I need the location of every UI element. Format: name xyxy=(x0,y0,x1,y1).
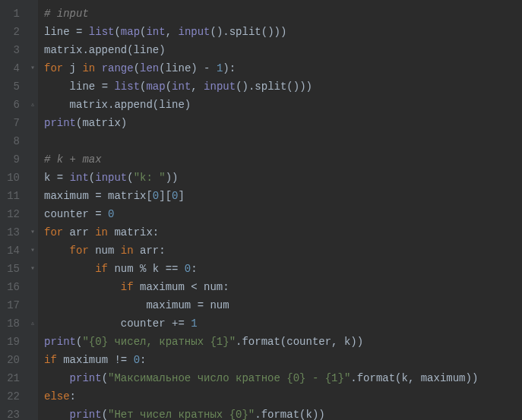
code-line[interactable]: print("Максимальное число кратное {0} - … xyxy=(44,369,522,387)
code-line[interactable]: if maximum != 0: xyxy=(44,351,522,369)
code-line[interactable]: line = list(map(int, input().split())) xyxy=(44,77,522,96)
token-op: , xyxy=(191,81,204,93)
line-number: 13 xyxy=(6,223,20,242)
code-line[interactable]: print(matrix) xyxy=(44,114,522,132)
fold-marker-icon[interactable]: ▾ xyxy=(27,223,38,242)
token-op: ( xyxy=(102,372,108,384)
token-keyword: in xyxy=(95,226,114,238)
token-op: ( xyxy=(127,172,133,184)
token-keyword: in xyxy=(82,62,101,74)
fold-marker-icon[interactable]: ▵ xyxy=(27,314,38,333)
token-op: : xyxy=(70,390,76,403)
fold-marker-icon[interactable]: ▾ xyxy=(27,242,38,260)
token-builtin: print xyxy=(70,372,102,384)
code-line[interactable]: k = int(input("k: ")) xyxy=(44,169,522,187)
token-ident: counter += xyxy=(44,317,191,330)
token-ident: counter xyxy=(44,208,95,220)
token-keyword: else xyxy=(44,390,70,403)
token-number: 0 xyxy=(185,263,191,275)
fold-spacer xyxy=(27,369,38,387)
code-line[interactable]: # input xyxy=(44,5,522,23)
line-number: 2 xyxy=(6,23,20,41)
token-builtin: len xyxy=(140,62,159,74)
token-number: 0 xyxy=(134,354,140,366)
fold-spacer xyxy=(27,169,38,187)
fold-marker-icon[interactable]: ▵ xyxy=(27,96,38,114)
token-ident: matrix[ xyxy=(108,190,153,202)
code-line[interactable]: if maximum < num: xyxy=(44,278,522,296)
line-number: 15 xyxy=(6,260,20,278)
code-line[interactable]: for num in arr: xyxy=(44,242,522,260)
code-line[interactable]: # k + max xyxy=(44,150,522,169)
code-line[interactable]: matrix.append(line) xyxy=(44,96,522,114)
token-keyword: if xyxy=(95,263,114,275)
fold-spacer xyxy=(27,114,38,132)
line-number: 22 xyxy=(6,387,20,406)
token-op: ( xyxy=(166,81,172,93)
token-ident: arr xyxy=(70,226,96,238)
line-number: 3 xyxy=(6,41,20,59)
fold-spacer xyxy=(27,351,38,369)
line-number: 11 xyxy=(6,187,20,205)
code-line[interactable]: line = list(map(int, input().split())) xyxy=(44,23,522,41)
token-op: )) xyxy=(166,172,179,184)
line-number: 12 xyxy=(6,205,20,223)
token-ident xyxy=(44,281,121,293)
fold-spacer xyxy=(27,41,38,59)
token-keyword: if xyxy=(121,281,140,293)
token-builtin: list xyxy=(89,26,115,38)
code-line[interactable] xyxy=(44,132,522,150)
code-line[interactable]: matrix.append(line) xyxy=(44,41,522,59)
token-ident: line xyxy=(44,81,102,93)
token-builtin: map xyxy=(146,81,165,93)
token-keyword: in xyxy=(121,245,140,257)
code-editor[interactable]: # inputline = list(map(int, input().spli… xyxy=(38,0,522,420)
code-line[interactable]: maximum = num xyxy=(44,296,522,314)
line-number: 18 xyxy=(6,314,20,333)
line-number: 5 xyxy=(6,77,20,96)
fold-spacer xyxy=(27,296,38,314)
token-ident: maximum = num xyxy=(44,299,229,311)
line-number: 8 xyxy=(6,132,20,150)
token-string: "Нет чисел кратных {0}" xyxy=(108,409,255,420)
fold-spacer xyxy=(27,406,38,420)
token-builtin: list xyxy=(114,81,140,93)
fold-marker-icon[interactable]: ▾ xyxy=(27,260,38,278)
code-line[interactable]: if num % k == 0: xyxy=(44,260,522,278)
token-ident: maximum != xyxy=(63,354,133,366)
token-op: ().split())) xyxy=(210,26,287,38)
line-number: 17 xyxy=(6,296,20,314)
token-ident: matrix.append(line) xyxy=(44,44,166,56)
code-line[interactable]: for arr in matrix: xyxy=(44,223,522,242)
code-line[interactable]: for j in range(len(line) - 1): xyxy=(44,59,522,77)
code-line[interactable]: print("Нет чисел кратных {0}".format(k)) xyxy=(44,406,522,420)
token-ident: arr: xyxy=(140,245,166,257)
code-line[interactable]: maximum = matrix[0][0] xyxy=(44,187,522,205)
fold-spacer xyxy=(27,77,38,96)
token-builtin: int xyxy=(146,26,165,38)
token-ident: .format(k, maximum)) xyxy=(350,372,478,384)
fold-spacer xyxy=(27,132,38,150)
token-op: ( xyxy=(89,172,95,184)
token-op: (line) - xyxy=(159,62,217,74)
line-number: 20 xyxy=(6,351,20,369)
line-number: 9 xyxy=(6,150,20,169)
token-op: ( xyxy=(114,26,120,38)
fold-marker-icon[interactable]: ▾ xyxy=(27,59,38,77)
code-line[interactable]: print("{0} чисел, кратных {1}".format(co… xyxy=(44,333,522,351)
line-number: 16 xyxy=(6,278,20,296)
code-line[interactable]: else: xyxy=(44,387,522,406)
fold-spacer xyxy=(27,187,38,205)
token-op: : xyxy=(140,354,146,366)
token-ident: maximum xyxy=(44,190,95,202)
token-op: = xyxy=(57,172,70,184)
token-string: "k: " xyxy=(134,172,166,184)
code-line[interactable]: counter = 0 xyxy=(44,205,522,223)
token-string: "{0} чисел, кратных {1}" xyxy=(82,336,236,348)
token-op: ().split())) xyxy=(236,81,312,93)
fold-spacer xyxy=(27,278,38,296)
line-number: 4 xyxy=(6,59,20,77)
token-op: : xyxy=(191,263,197,275)
line-number-gutter: 1234567891011121314151617181920212223 xyxy=(0,0,27,420)
code-line[interactable]: counter += 1 xyxy=(44,314,522,333)
